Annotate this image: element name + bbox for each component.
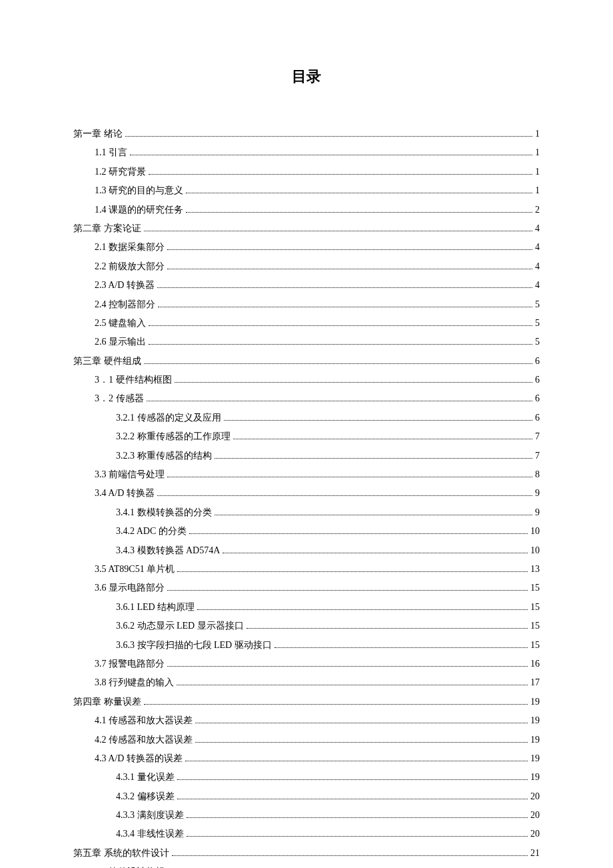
toc-leader-dots [149,325,532,326]
toc-leader-dots [177,799,528,799]
toc-entry[interactable]: 3.6.2 动态显示 LED 显示器接口15 [73,619,540,633]
toc-entry[interactable]: 3.2.1 传感器的定义及应用6 [73,411,540,425]
toc-entry[interactable]: 第四章 称量误差19 [73,695,540,709]
toc-entry-page: 9 [535,486,540,501]
toc-leader-dots [215,458,533,459]
toc-entry[interactable]: 3．1 硬件结构框图6 [73,373,540,387]
toc-entry[interactable]: 3.3 前端信号处理8 [73,467,540,482]
toc-entry-page: 9 [535,505,540,520]
toc-leader-dots [175,382,533,383]
toc-entry-page: 4 [535,278,540,293]
toc-entry[interactable]: 第一章 绪论1 [73,127,540,141]
toc-entry[interactable]: 2.5 键盘输入5 [73,316,540,331]
toc-entry-label: 4.3.4 非线性误差 [116,827,184,841]
toc-leader-dots [158,307,532,307]
toc-entry-label: 3．2 传感器 [95,391,144,406]
toc-entry-label: 3.2.1 传感器的定义及应用 [116,411,221,425]
toc-leader-dots [215,515,533,515]
toc-entry[interactable]: 4.3.1 量化误差19 [73,770,540,785]
toc-entry[interactable]: 3.4.3 模数转换器 AD574A10 [73,543,540,558]
toc-entry[interactable]: 4.1 传感器和放大器误差19 [73,713,540,728]
toc-entry[interactable]: 第五章 系统的软件设计21 [73,846,540,861]
toc-entry-label: 2.5 键盘输入 [95,316,146,331]
toc-entry[interactable]: 3.5 AT89C51 单片机13 [73,562,540,577]
toc-entry-label: 3.6.1 LED 结构原理 [116,600,195,615]
toc-entry-page: 15 [530,638,540,653]
toc-entry-page: 17 [530,675,540,690]
toc-entry[interactable]: 4.3.2 偏移误差20 [73,789,540,804]
toc-leader-dots [167,477,532,477]
toc-entry-page: 20 [530,827,540,841]
toc-leader-dots [197,609,528,610]
document-title: 目录 [73,67,540,87]
toc-leader-dots [233,439,533,439]
toc-entry-page: 19 [530,751,540,766]
toc-entry-label: 第一章 绪论 [73,127,123,141]
toc-entry[interactable]: 3.2.2 称重传感器的工作原理7 [73,429,540,444]
toc-entry[interactable]: 3.4.1 数模转换器的分类9 [73,505,540,520]
toc-entry-label: 3.2.2 称重传感器的工作原理 [116,429,231,444]
toc-leader-dots [187,836,528,837]
table-of-contents: 第一章 绪论11.1 引言11.2 研究背景11.3 研究的目的与意义11.4 … [73,127,540,868]
toc-entry[interactable]: 1.1 引言1 [73,145,540,160]
toc-entry[interactable]: 4.3 A/D 转换器的误差19 [73,751,540,766]
toc-leader-dots [177,685,528,685]
toc-entry[interactable]: 3.6.1 LED 结构原理15 [73,600,540,615]
toc-leader-dots [187,817,528,818]
toc-entry[interactable]: 4.2 传感器和放大器误差19 [73,733,540,747]
toc-entry[interactable]: 3.8 行列键盘的输入17 [73,675,540,690]
toc-entry-label: 1.3 研究的目的与意义 [95,183,183,198]
toc-entry-label: 2.4 控制器部分 [95,297,155,312]
toc-entry-label: 3.3 前端信号处理 [95,467,165,482]
toc-entry[interactable]: 2.3 A/D 转换器4 [73,278,540,293]
toc-entry-page: 5 [535,316,540,331]
toc-entry-page: 8 [535,467,540,482]
toc-entry-label: 5.1 软件设计构想 [95,865,165,868]
toc-entry-page: 19 [530,770,540,785]
toc-entry[interactable]: 3.6.3 按字段扫描的七段 LED 驱动接口15 [73,638,540,653]
toc-entry-page: 6 [535,391,540,406]
toc-entry[interactable]: 3.6 显示电路部分15 [73,581,540,595]
toc-leader-dots [130,155,532,155]
toc-leader-dots [275,647,528,648]
toc-leader-dots [157,287,532,288]
toc-leader-dots [189,533,528,534]
toc-leader-dots [149,174,532,175]
toc-entry-page: 20 [530,808,540,823]
toc-leader-dots [149,344,532,345]
toc-entry[interactable]: 1.4 课题的的研究任务2 [73,203,540,217]
toc-entry[interactable]: 3.4.2 ADC 的分类10 [73,524,540,539]
toc-entry[interactable]: 4.3.3 满刻度误差20 [73,808,540,823]
toc-leader-dots [177,779,528,780]
toc-entry-page: 6 [535,354,540,369]
toc-entry-page: 15 [530,600,540,615]
toc-entry[interactable]: 2.4 控制器部分5 [73,297,540,312]
toc-entry-label: 4.3.3 满刻度误差 [116,808,184,823]
toc-entry[interactable]: 2.6 显示输出5 [73,335,540,349]
toc-entry-page: 5 [535,335,540,349]
toc-entry[interactable]: 3.7 报警电路部分16 [73,657,540,671]
toc-entry[interactable]: 2.1 数据采集部分4 [73,240,540,255]
toc-entry-page: 6 [535,373,540,387]
toc-leader-dots [167,249,532,250]
toc-entry[interactable]: 3．2 传感器6 [73,391,540,406]
toc-entry[interactable]: 1.2 研究背景1 [73,165,540,179]
toc-entry-label: 4.1 传感器和放大器误差 [95,713,193,728]
toc-entry-label: 3.7 报警电路部分 [95,657,165,671]
toc-entry[interactable]: 3.2.3 称重传感器的结构7 [73,449,540,463]
toc-entry[interactable]: 1.3 研究的目的与意义1 [73,183,540,198]
toc-entry-page: 1 [535,127,540,141]
toc-entry-label: 3.8 行列键盘的输入 [95,675,174,690]
toc-entry[interactable]: 5.1 软件设计构想21 [73,865,540,868]
toc-entry[interactable]: 2.2 前级放大部分4 [73,259,540,274]
toc-entry-label: 1.4 课题的的研究任务 [95,203,183,217]
toc-entry-page: 10 [530,524,540,539]
toc-entry[interactable]: 4.3.4 非线性误差20 [73,827,540,841]
toc-entry[interactable]: 3.4 A/D 转换器9 [73,486,540,501]
toc-entry[interactable]: 第二章 方案论证4 [73,221,540,236]
toc-entry-label: 3.6.3 按字段扫描的七段 LED 驱动接口 [116,638,272,653]
toc-entry-page: 1 [535,183,540,198]
toc-entry[interactable]: 第三章 硬件组成6 [73,354,540,369]
toc-entry-page: 10 [530,543,540,558]
toc-leader-dots [172,855,528,856]
